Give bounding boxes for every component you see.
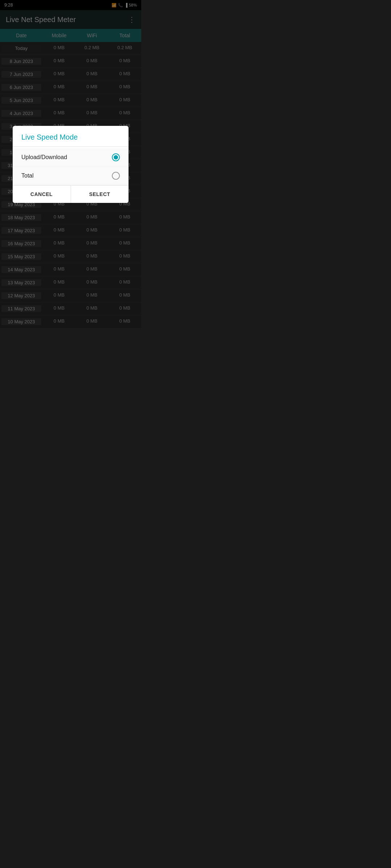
radio-upload-download — [112, 153, 120, 161]
cancel-button[interactable]: CANCEL — [13, 186, 71, 203]
option-upload-download[interactable]: Upload/Download — [13, 148, 129, 167]
option-total[interactable]: Total — [13, 167, 129, 185]
select-button[interactable]: SELECT — [71, 186, 129, 203]
option-total-label: Total — [21, 173, 34, 179]
dialog-title: Live Speed Mode — [13, 126, 129, 146]
radio-total — [112, 172, 120, 180]
radio-upload-download-fill — [114, 155, 118, 159]
dialog-divider — [13, 146, 129, 147]
live-speed-mode-dialog: Live Speed Mode Upload/Download Total CA… — [13, 126, 129, 203]
dialog-actions: CANCEL SELECT — [13, 185, 129, 203]
dialog-overlay: Live Speed Mode Upload/Download Total CA… — [0, 0, 141, 328]
option-upload-download-label: Upload/Download — [21, 154, 67, 161]
